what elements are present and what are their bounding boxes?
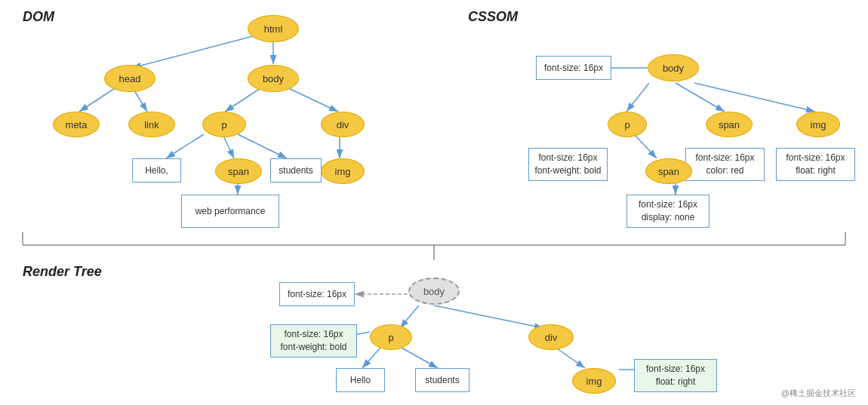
cssom-body-font-rect: font-size: 16px	[536, 56, 611, 80]
cssom-span-label-node: span	[706, 112, 753, 137]
render-body-node: body	[408, 278, 460, 305]
svg-line-3	[132, 36, 253, 68]
cssom-img-node: img	[796, 112, 840, 137]
watermark: @稀土掘金技术社区	[781, 388, 856, 399]
cssom-label: CSSOM	[468, 9, 518, 25]
dom-div-node: div	[321, 112, 365, 137]
svg-line-29	[555, 347, 585, 368]
dom-meta-node: meta	[53, 112, 100, 137]
dom-body-node: body	[248, 65, 299, 92]
render-img-node: img	[572, 368, 616, 394]
svg-line-8	[166, 134, 204, 158]
dom-web-performance-node: web performance	[181, 195, 279, 228]
svg-line-28	[400, 347, 438, 368]
arrows-svg	[0, 0, 868, 405]
svg-line-10	[238, 134, 287, 158]
render-hello-node: Hello	[336, 368, 385, 392]
cssom-p-node: p	[608, 112, 647, 137]
svg-line-6	[225, 87, 263, 112]
cssom-body-node: body	[648, 54, 699, 81]
render-students-node: students	[415, 368, 469, 392]
cssom-span-props-rect: font-size: 16px display: none	[626, 195, 709, 228]
cssom-img-props-rect: font-size: 16px float: right	[776, 148, 855, 181]
cssom-span-oval-node: span	[645, 158, 692, 184]
diagram-container: DOM html body head meta link p div Hello…	[0, 0, 868, 405]
svg-line-4	[79, 87, 117, 112]
svg-line-21	[634, 134, 657, 158]
render-div-node: div	[528, 324, 574, 350]
dom-hello-node: Hello,	[132, 158, 181, 183]
dom-img-node: img	[321, 158, 365, 184]
svg-line-19	[676, 83, 725, 112]
dom-p-node: p	[202, 112, 246, 137]
svg-line-7	[285, 87, 338, 112]
dom-span-node: span	[215, 158, 262, 184]
render-body-font-rect: font-size: 16px	[279, 282, 355, 306]
cssom-span-label-props-rect: font-size: 16px color: red	[685, 148, 765, 181]
dom-head-node: head	[104, 65, 155, 92]
render-p-node: p	[370, 324, 412, 350]
svg-line-27	[362, 347, 381, 368]
dom-students-node: students	[270, 158, 322, 183]
render-label: Render Tree	[23, 264, 102, 280]
svg-line-25	[434, 305, 543, 328]
render-p-props-rect: font-size: 16px font-weight: bold	[270, 324, 357, 357]
dom-html-node: html	[248, 15, 299, 42]
cssom-p-props-rect: font-size: 16px font-weight: bold	[528, 148, 608, 181]
dom-link-node: link	[128, 112, 175, 137]
render-img-props-rect: font-size: 16px float: right	[634, 359, 717, 392]
svg-line-20	[694, 83, 815, 112]
svg-line-18	[626, 83, 649, 112]
svg-line-9	[223, 134, 234, 158]
dom-label: DOM	[23, 9, 54, 25]
svg-line-24	[400, 305, 419, 328]
